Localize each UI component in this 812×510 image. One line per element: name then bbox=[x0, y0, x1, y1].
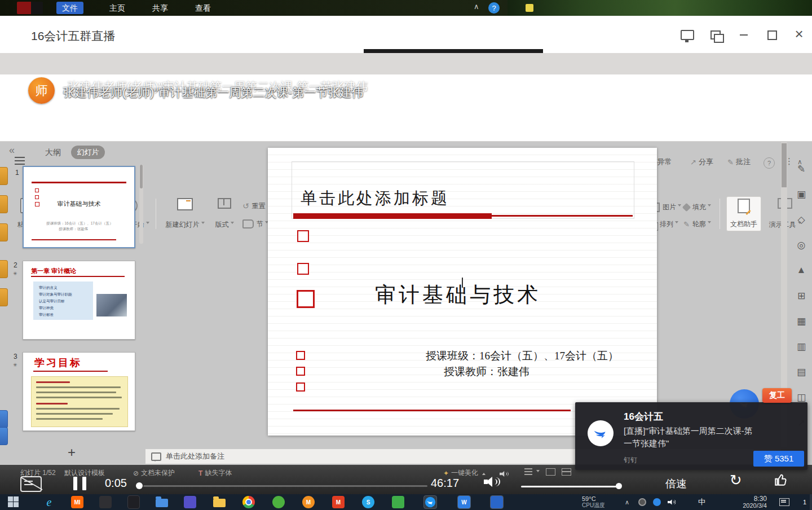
section-button[interactable]: 节 bbox=[242, 218, 268, 230]
hamburger-menu-icon[interactable] bbox=[15, 157, 25, 165]
share-button[interactable]: ↗ 分享 bbox=[690, 157, 713, 167]
taskbar-app-icon[interactable] bbox=[491, 496, 503, 508]
taskbar-app-ie-icon[interactable]: e bbox=[43, 496, 55, 508]
grid-panel-icon[interactable]: ▦ bbox=[793, 313, 810, 329]
tab-slides[interactable]: 幻灯片 bbox=[71, 146, 105, 159]
target-panel-icon[interactable]: ◎ bbox=[793, 236, 810, 253]
status-missing-font[interactable]: T 缺失字体 bbox=[198, 468, 232, 478]
layout-button[interactable]: 版式 bbox=[210, 196, 239, 231]
panel-scrollbar[interactable] bbox=[139, 165, 143, 244]
help-button[interactable]: ? bbox=[764, 157, 775, 169]
edge-tab[interactable] bbox=[0, 223, 8, 241]
cpu-temp-widget[interactable]: 59°C CPU温度 bbox=[582, 494, 605, 510]
taskbar-app-icon[interactable] bbox=[392, 496, 404, 508]
title-placeholder-text[interactable]: 单击此处添加标题 bbox=[301, 187, 449, 210]
edge-tab[interactable] bbox=[0, 427, 8, 445]
slide-thumbnail-3[interactable]: 学习目标 bbox=[23, 352, 135, 431]
edge-tab[interactable] bbox=[0, 410, 8, 428]
panel-scrollbar-thumb[interactable] bbox=[140, 165, 143, 188]
slide-main-title[interactable]: 审计基础与技术 bbox=[375, 281, 541, 309]
taskbar-app-mi-icon[interactable]: MI bbox=[71, 496, 83, 508]
canvas-scrollbar-thumb[interactable] bbox=[782, 143, 787, 187]
status-sound-icon[interactable] bbox=[500, 468, 517, 480]
start-button[interactable] bbox=[8, 496, 19, 508]
edge-tab[interactable] bbox=[0, 167, 8, 185]
minimize-button[interactable] bbox=[736, 27, 752, 43]
collapse-panel-icon[interactable]: « bbox=[9, 144, 15, 156]
tray-expand-icon[interactable]: ∧ bbox=[625, 494, 629, 510]
list-panel-icon[interactable]: ▤ bbox=[793, 363, 810, 380]
resume-work-badge[interactable]: 复工 bbox=[762, 388, 792, 403]
taskbar-app-icon[interactable] bbox=[272, 496, 285, 508]
taskbar-app-icon[interactable] bbox=[99, 496, 112, 508]
maximize-button[interactable] bbox=[764, 27, 780, 43]
taskbar-app-icon[interactable]: M bbox=[332, 496, 345, 508]
layout-panel-icon[interactable]: ▣ bbox=[793, 186, 810, 203]
slide-class-line[interactable]: 授课班级：16会计（五）、17会计（五） bbox=[426, 349, 619, 363]
tray-icon[interactable] bbox=[653, 494, 661, 510]
help-bubble[interactable]: ? bbox=[488, 2, 500, 14]
tray-icon[interactable] bbox=[638, 494, 646, 510]
normal-view-icon[interactable] bbox=[546, 468, 555, 476]
thumbs-up-icon[interactable] bbox=[774, 473, 788, 490]
volume-handle[interactable] bbox=[616, 483, 622, 489]
taskbar-app-wps-icon[interactable]: W bbox=[458, 496, 470, 508]
tab-outline[interactable]: 大纲 bbox=[45, 148, 61, 158]
menu-share[interactable]: 共享 bbox=[147, 2, 174, 14]
shape-panel-icon[interactable]: ◇ bbox=[793, 211, 810, 228]
pause-button[interactable] bbox=[67, 473, 91, 495]
reset-button[interactable]: ↺ 重置 bbox=[242, 200, 266, 212]
ime-indicator[interactable]: 中 bbox=[698, 494, 705, 510]
clock-widget[interactable]: 8:30 2020/3/4 bbox=[733, 494, 767, 510]
edge-tab[interactable] bbox=[0, 195, 8, 213]
edge-tab[interactable] bbox=[0, 260, 8, 278]
thumb-line: 授课班级：16会计（五）、17会计（五） bbox=[46, 221, 113, 226]
subtitle-toggle-icon[interactable] bbox=[20, 476, 42, 492]
taskbar-folder-blue-icon[interactable] bbox=[156, 496, 168, 508]
taskbar-app-icon[interactable]: M bbox=[302, 496, 315, 508]
taskbar-app-icon[interactable] bbox=[127, 496, 140, 508]
new-slide-button[interactable]: 新建幻灯片 bbox=[162, 196, 208, 231]
pip-icon[interactable] bbox=[708, 27, 723, 43]
status-protection[interactable]: ⊘ 文档未保护 bbox=[133, 468, 175, 478]
progress-track[interactable] bbox=[143, 485, 427, 487]
menu-view[interactable]: 查看 bbox=[189, 2, 217, 14]
taskbar-folder-icon[interactable] bbox=[213, 496, 226, 508]
fill-button[interactable]: 填充 bbox=[683, 201, 711, 213]
slide-thumbnail-1[interactable]: 审计基础与技术 授课班级：16会计（五）、17会计（五） 授课教师：张建伟 bbox=[23, 166, 135, 248]
rotate-icon[interactable]: ↻ bbox=[730, 472, 742, 489]
view-menu-icon[interactable] bbox=[524, 468, 540, 475]
slide-sorter-icon[interactable] bbox=[562, 468, 571, 476]
mini-window-icon[interactable] bbox=[679, 27, 695, 43]
taskbar-app-chrome-icon[interactable] bbox=[242, 496, 255, 508]
comment-button[interactable]: ✎ 批注 bbox=[727, 157, 751, 167]
chart-panel-icon[interactable]: ▥ bbox=[793, 338, 810, 355]
annotate-pen-icon[interactable]: ✎ bbox=[793, 160, 810, 177]
dingtalk-notification-card[interactable]: 16会计五 [直播]"审计基础第一周第二次课-第 一节张建伟" 钉钉 赞 535… bbox=[575, 402, 807, 470]
outline-button[interactable]: ✎ 轮廓 bbox=[683, 218, 711, 230]
slide-thumbnail-2[interactable]: 第一章 审计概论 审计的含义 审计对象与审计职能 认定与审计目标 审计种类 审计… bbox=[23, 261, 135, 340]
show-desktop-button[interactable] bbox=[810, 494, 812, 510]
taskbar-app-icon[interactable] bbox=[184, 496, 196, 508]
progress-handle[interactable] bbox=[136, 482, 143, 489]
collapse-strip-icon[interactable]: ∧ bbox=[474, 2, 479, 11]
edge-tab[interactable] bbox=[0, 288, 8, 306]
transition-panel-icon[interactable]: ▲ bbox=[793, 262, 810, 279]
maximize-icon bbox=[767, 30, 777, 40]
slide-teacher-line[interactable]: 授课教师：张建伟 bbox=[444, 364, 529, 379]
menu-home[interactable]: 主页 bbox=[104, 2, 131, 14]
menu-file[interactable]: 文件 bbox=[56, 2, 83, 14]
taskbar-app-dingtalk-icon[interactable] bbox=[424, 496, 436, 508]
speed-button[interactable]: 倍速 bbox=[665, 477, 687, 491]
taskbar-app-skype-icon[interactable]: S bbox=[362, 496, 374, 508]
notification-center-icon[interactable] bbox=[779, 494, 789, 510]
tray-volume-icon[interactable] bbox=[668, 494, 685, 510]
slide-canvas[interactable]: 单击此处添加标题 审计基础与技术 授课班级：16会计（五）、17会计（五） 授课… bbox=[268, 148, 657, 436]
table-panel-icon[interactable]: ⊞ bbox=[793, 287, 810, 304]
close-button[interactable]: × bbox=[791, 26, 807, 42]
volume-icon[interactable] bbox=[484, 476, 501, 487]
likes-badge[interactable]: 赞 5351 bbox=[753, 451, 804, 467]
doc-assistant-button[interactable]: 文档助手 bbox=[726, 196, 761, 231]
volume-track[interactable] bbox=[521, 486, 618, 487]
add-slide-button[interactable]: + bbox=[68, 445, 76, 460]
